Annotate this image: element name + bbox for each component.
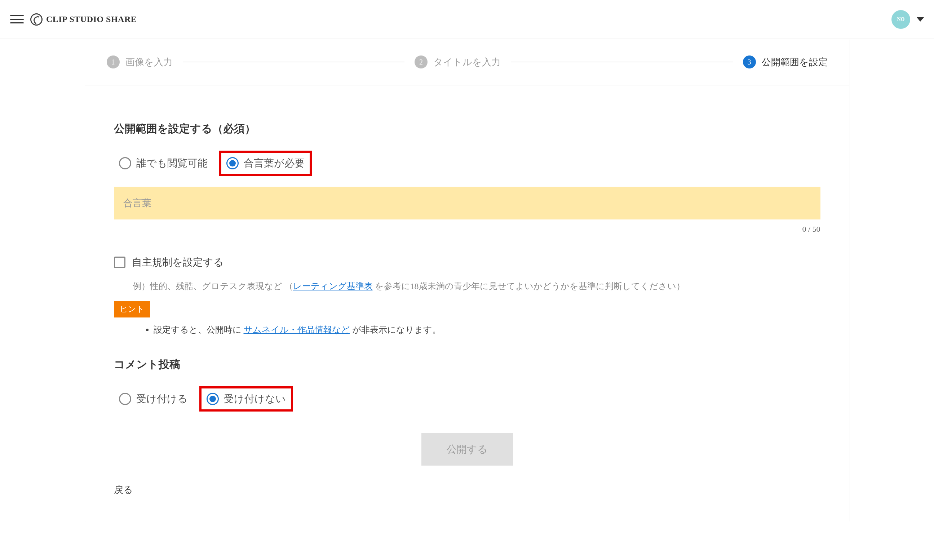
rating-link[interactable]: レーティング基準表	[293, 282, 373, 291]
radio-icon[interactable]	[119, 157, 131, 169]
visibility-public-option[interactable]: 誰でも閲覧可能	[114, 153, 213, 174]
back-button[interactable]: 戻る	[114, 480, 133, 500]
checkbox-icon[interactable]	[114, 257, 125, 268]
step-1[interactable]: 1 画像を入力	[107, 55, 173, 68]
comments-title: コメント投稿	[114, 357, 820, 372]
hint-item: 設定すると、公開時に サムネイル・作品情報など が非表示になります。	[154, 324, 820, 335]
step-label: タイトルを入力	[433, 56, 501, 68]
thumbnail-info-link[interactable]: サムネイル・作品情報など	[244, 325, 350, 334]
step-number: 1	[107, 55, 120, 68]
radio-icon[interactable]	[119, 393, 131, 405]
radio-label: 合言葉が必要	[244, 156, 305, 170]
avatar[interactable]: NO	[891, 10, 910, 29]
help-suffix: を参考に18歳未満の青少年に見せてよいかどうかを基準に判断してください）	[373, 282, 685, 291]
hint-badge: ヒント	[114, 301, 150, 317]
hint-suffix: が非表示になります。	[350, 325, 441, 334]
step-3[interactable]: 3 公開範囲を設定	[743, 55, 828, 68]
header-left: CLIP STUDIO SHARE	[10, 12, 137, 26]
app-logo[interactable]: CLIP STUDIO SHARE	[30, 13, 137, 26]
step-divider	[511, 62, 733, 62]
help-prefix: 例）性的、残酷、グロテスク表現など （	[133, 282, 293, 291]
radio-icon[interactable]	[226, 157, 239, 169]
step-divider	[183, 62, 405, 62]
step-2[interactable]: 2 タイトルを入力	[415, 55, 501, 68]
comments-accept-option[interactable]: 受け付ける	[114, 388, 193, 409]
stepper: 1 画像を入力 2 タイトルを入力 3 公開範囲を設定	[85, 39, 849, 85]
form-content: 公開範囲を設定する（必須） 誰でも閲覧可能 合言葉が必要 0 / 50 自主規制…	[85, 85, 849, 522]
step-number: 3	[743, 55, 756, 68]
password-input[interactable]	[114, 187, 820, 220]
checkbox-label: 自主規制を設定する	[132, 255, 224, 269]
comments-radios: 受け付ける 受け付けない	[114, 386, 820, 412]
header-right: NO	[891, 10, 924, 29]
visibility-radios: 誰でも閲覧可能 合言葉が必要	[114, 151, 820, 176]
step-number: 2	[415, 55, 428, 68]
visibility-title: 公開範囲を設定する（必須）	[114, 122, 820, 136]
step-label: 画像を入力	[125, 56, 173, 68]
radio-icon[interactable]	[206, 393, 219, 405]
main-card: 1 画像を入力 2 タイトルを入力 3 公開範囲を設定 公開範囲を設定する（必須…	[85, 39, 849, 522]
visibility-password-option[interactable]: 合言葉が必要	[219, 151, 312, 176]
publish-button[interactable]: 公開する	[422, 433, 513, 466]
logo-icon	[30, 13, 43, 26]
menu-icon[interactable]	[10, 12, 24, 26]
submit-row: 公開する	[114, 433, 820, 466]
restriction-checkbox-row[interactable]: 自主規制を設定する	[114, 255, 820, 269]
comments-deny-option[interactable]: 受け付けない	[199, 386, 293, 412]
app-name: CLIP STUDIO SHARE	[46, 14, 137, 24]
hint-list: 設定すると、公開時に サムネイル・作品情報など が非表示になります。	[154, 324, 820, 335]
hint-prefix: 設定すると、公開時に	[154, 325, 244, 334]
char-counter: 0 / 50	[114, 225, 820, 234]
app-header: CLIP STUDIO SHARE NO	[0, 0, 934, 39]
step-label: 公開範囲を設定	[762, 56, 828, 68]
radio-label: 受け付ける	[136, 392, 188, 406]
restriction-help: 例）性的、残酷、グロテスク表現など （レーティング基準表 を参考に18歳未満の青…	[133, 279, 820, 293]
radio-label: 誰でも閲覧可能	[136, 156, 208, 170]
chevron-down-icon[interactable]	[917, 17, 924, 22]
radio-label: 受け付けない	[224, 392, 286, 406]
